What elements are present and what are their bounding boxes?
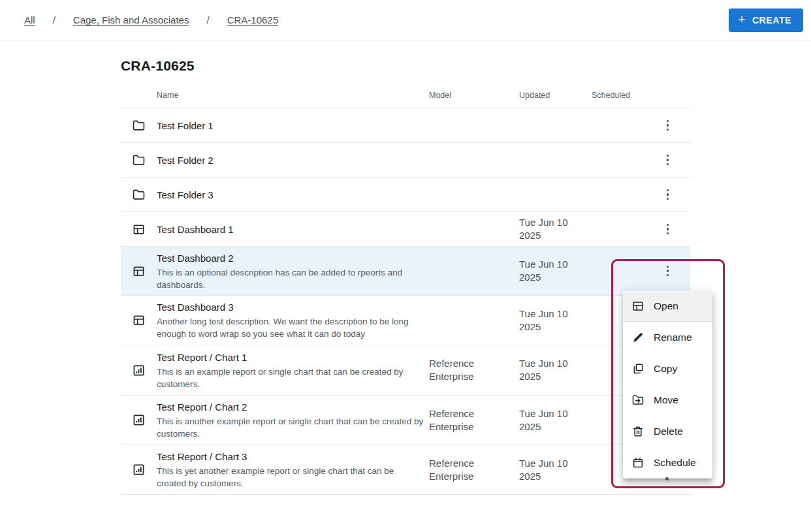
- item-description: This is yet another example report or si…: [157, 465, 424, 490]
- context-menu-item-delete[interactable]: Delete: [623, 416, 712, 447]
- context-menu-item-move[interactable]: Move: [623, 384, 712, 416]
- breadcrumb-link-all[interactable]: All: [24, 14, 35, 25]
- breadcrumb-link-current[interactable]: CRA-10625: [227, 14, 278, 25]
- page-title: CRA-10625: [121, 58, 811, 74]
- item-name: Test Folder 3: [157, 188, 424, 202]
- report-chart-icon: [133, 463, 145, 476]
- dashboard-icon: [133, 314, 145, 326]
- pencil-icon: [632, 332, 644, 343]
- item-updated: Tue Jun 10 2025: [519, 357, 592, 383]
- item-description: Another long test description. We want t…: [157, 315, 424, 340]
- table-row-test-folder-3[interactable]: Test Folder 3: [121, 178, 690, 212]
- item-updated: Tue Jun 10 2025: [519, 457, 592, 483]
- item-name: Test Report / Chart 2: [157, 400, 424, 414]
- item-name: Test Report / Chart 1: [157, 351, 424, 364]
- create-button-label: CREATE: [752, 15, 791, 25]
- item-name: Test Dashboard 1: [157, 223, 424, 236]
- table-row-test-report-chart-2[interactable]: Test Report / Chart 2This is another exa…: [121, 396, 690, 445]
- trash-icon: [632, 426, 644, 437]
- folder-icon: [133, 154, 145, 166]
- items-table: Name Model Updated Scheduled Test Folder…: [121, 82, 690, 495]
- folder-move-icon: [632, 394, 644, 406]
- report-chart-icon: [133, 414, 145, 426]
- column-header-name: Name: [157, 91, 429, 100]
- column-header-scheduled: Scheduled: [592, 91, 653, 100]
- breadcrumb-separator: /: [53, 14, 56, 25]
- copy-icon: [632, 363, 644, 375]
- table-row-test-dashboard-2[interactable]: Test Dashboard 2This is an optional desc…: [121, 247, 690, 296]
- table-row-test-dashboard-1[interactable]: Test Dashboard 1 Tue Jun 10 2025: [121, 212, 690, 247]
- item-updated: Tue Jun 10 2025: [519, 258, 592, 284]
- dashboard-icon: [133, 223, 145, 236]
- item-description: This is an example report or single char…: [157, 366, 424, 390]
- breadcrumb-link-client[interactable]: Cage, Fish and Associates: [73, 14, 189, 25]
- dashboard-icon: [632, 300, 644, 312]
- dashboard-icon: [133, 265, 145, 277]
- breadcrumb-separator: /: [206, 14, 209, 25]
- table-row-test-report-chart-1[interactable]: Test Report / Chart 1This is an example …: [121, 345, 690, 396]
- menu-item-label: Copy: [654, 363, 677, 375]
- context-menu-item-rename[interactable]: Rename: [623, 322, 712, 353]
- folder-icon: [133, 119, 145, 132]
- item-updated: Tue Jun 10 2025: [519, 216, 592, 242]
- column-header-model: Model: [429, 89, 519, 102]
- row-actions-kebab-icon[interactable]: [660, 221, 676, 237]
- context-menu-item-schedule[interactable]: Schedule: [623, 447, 712, 478]
- menu-item-label: Delete: [654, 426, 683, 437]
- table-header-row: Name Model Updated Scheduled: [121, 82, 690, 108]
- item-model: Reference Enterprise: [429, 457, 519, 483]
- item-name: Test Dashboard 3: [157, 300, 424, 314]
- top-bar: All / Cage, Fish and Associates / CRA-10…: [0, 0, 811, 40]
- row-actions-kebab-icon[interactable]: [660, 152, 676, 168]
- table-row-test-folder-1[interactable]: Test Folder 1: [121, 108, 690, 143]
- calendar-icon: [632, 457, 644, 469]
- menu-item-label: Open: [654, 300, 678, 312]
- plus-icon: +: [738, 13, 746, 25]
- click-indicator-dot: [665, 477, 669, 480]
- item-updated: Tue Jun 10 2025: [519, 407, 592, 433]
- table-row-test-report-chart-3[interactable]: Test Report / Chart 3This is yet another…: [121, 445, 690, 495]
- table-row-test-dashboard-3[interactable]: Test Dashboard 3Another long test descri…: [121, 296, 690, 345]
- table-row-test-folder-2[interactable]: Test Folder 2: [121, 143, 690, 178]
- row-actions-kebab-icon[interactable]: [660, 187, 676, 202]
- item-description: This is another example report or single…: [157, 415, 424, 440]
- create-button[interactable]: + CREATE: [729, 8, 803, 32]
- item-description: This is an optional description has can …: [157, 266, 424, 291]
- item-updated: Tue Jun 10 2025: [519, 307, 592, 334]
- context-menu-item-copy[interactable]: Copy: [623, 353, 712, 384]
- item-name: Test Folder 1: [157, 119, 424, 133]
- item-model: Reference Enterprise: [429, 357, 519, 383]
- folder-icon: [133, 189, 145, 201]
- breadcrumb: All / Cage, Fish and Associates / CRA-10…: [24, 14, 278, 25]
- row-context-menu: Open Rename Copy Move Delete Schedule: [623, 290, 712, 478]
- column-header-updated: Updated: [519, 89, 592, 102]
- context-menu-item-open[interactable]: Open: [623, 290, 712, 322]
- row-actions-kebab-icon[interactable]: [660, 263, 676, 279]
- item-name: Test Report / Chart 3: [157, 450, 424, 463]
- row-actions-kebab-icon[interactable]: [660, 117, 676, 133]
- menu-item-label: Move: [654, 394, 678, 406]
- item-model: Reference Enterprise: [429, 407, 519, 433]
- menu-item-label: Schedule: [654, 457, 696, 469]
- item-name: Test Folder 2: [157, 153, 424, 167]
- menu-item-label: Rename: [654, 332, 692, 343]
- item-name: Test Dashboard 2: [157, 251, 424, 265]
- report-chart-icon: [133, 364, 145, 377]
